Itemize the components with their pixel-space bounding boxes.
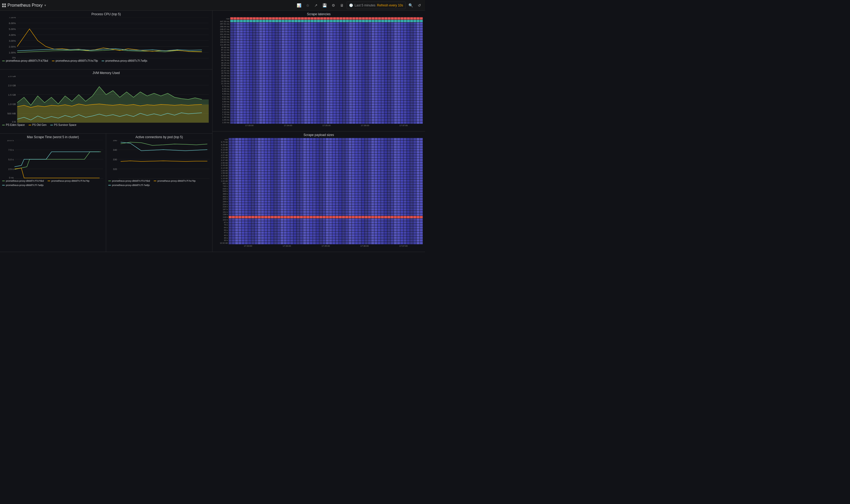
px-1737: 17:37:00 (399, 245, 408, 247)
y-1b: 1.40 ms (215, 116, 229, 119)
app-title: Prometheus Proxy (7, 3, 43, 8)
py-1092: 10.92 kB (215, 242, 228, 244)
py-254: 254 b (215, 203, 228, 205)
py-40: 40 b (215, 234, 228, 236)
active-conn-legend: prometheus-proxy-d866f7c7f-k75kd prometh… (108, 180, 210, 186)
st-hx79p-dot (48, 181, 50, 181)
svg-text:10.0 s: 10.0 s (7, 140, 14, 142)
py-2b: 2.49 kB (215, 164, 228, 166)
scrape-latency-panel: Scrape latencies +Inf 447.39 ms 357.91 m… (213, 11, 425, 131)
st-hx79p-label: prometheus-proxy-d866f7c7f-hx79p (51, 180, 90, 182)
jvm-survivor-dot (50, 125, 53, 125)
py-861: 861 b (215, 182, 228, 185)
time-info: 🕐 Last 5 minutes Refresh every 10s (347, 2, 405, 9)
y-3a: 3.84 ms (215, 98, 229, 100)
active-conn-panel: Active connections by pod (top 5) 350 34… (106, 133, 212, 252)
refresh-label: Refresh every 10s (377, 3, 403, 7)
py-545: 545 b (215, 190, 228, 193)
scrape-time-legend: prometheus-proxy-d866f7c7f-k75kd prometh… (2, 180, 104, 186)
y-2c: 2.10 ms (215, 111, 229, 113)
y-44: 44.74 ms (215, 59, 229, 61)
y-13: 13.98 ms (215, 77, 229, 79)
py-161: 161 b (215, 211, 228, 213)
jvm-survivor-label: PS Survivor Space (54, 124, 76, 126)
y-3c: 3.15 ms (215, 103, 229, 106)
py-740: 740 b (215, 185, 228, 187)
active-conn-title: Active connections by pod (top 5) (108, 135, 210, 139)
py-3b: 3.37 kB (215, 159, 228, 161)
y-4: 4.11 ms (215, 95, 229, 98)
svg-text:1.5 GB: 1.5 GB (8, 93, 16, 96)
st-k75kd-label: prometheus-proxy-d866f7c7f-k75kd (6, 180, 44, 182)
st-legend-k75kd: prometheus-proxy-d866f7c7f-k75kd (2, 180, 44, 182)
cpu-chart-area: 7.00% 6.00% 5.00% 4.00% 3.00% 2.00% 1.00… (2, 17, 210, 58)
cpu-panel-title: Process CPU (top 5) (2, 12, 210, 16)
y-33: 33.55 ms (215, 64, 229, 67)
cpu-chart: 7.00% 6.00% 5.00% 4.00% 3.00% 2.00% 1.00… (2, 17, 210, 58)
y-2b: 2.45 ms (215, 108, 229, 111)
cpu-legend-7w8js: prometheus-proxy-d866f7c7f-7w8js (102, 59, 147, 62)
py-inf: +Inf (215, 139, 228, 141)
jvm-legend-eden: PS Eden Space (2, 124, 25, 126)
py-75: 75 b (215, 224, 228, 226)
scrape-payload-yaxis: +Inf 9.75 kB 8.38 kB 7.21 kB 6.19 kB 5.3… (215, 138, 229, 249)
y-201: 201.33 ms (215, 33, 229, 36)
py-5: 5.32 kB (215, 151, 228, 154)
y-50: 50.33 ms (215, 56, 229, 59)
search-button[interactable]: 🔍 (406, 2, 415, 8)
jvm-chart: 2.5 GB 2.0 GB 1.5 GB 1.0 GB 500 MB 0 B 1… (2, 76, 210, 123)
px-1735: 17:35:00 (322, 245, 330, 247)
x-1737: 17:37:00 (399, 124, 408, 127)
py-3a: 3.93 kB (215, 156, 228, 159)
ac-hx79p-dot (154, 181, 156, 181)
py-345: 345 b (215, 198, 228, 200)
y-8: 8.39 ms (215, 88, 229, 90)
scrape-payload-panel: Scrape payload sizes +Inf 9.75 kB 8.38 k… (213, 131, 425, 252)
right-column: Scrape latencies +Inf 447.39 ms 357.91 m… (213, 11, 425, 252)
svg-text:320: 320 (113, 168, 117, 170)
star-button[interactable]: ☆ (304, 2, 311, 8)
y-9: 9.79 ms (215, 85, 229, 87)
scrape-latency-content: +Inf 447.39 ms 357.91 ms 268.44 ms 246.0… (215, 17, 423, 128)
y-89: 89.48 ms (215, 46, 229, 49)
topnav-right: 📊 ☆ ↗ 💾 ⚙ 🖥 🕐 Last 5 minutes Refresh eve… (295, 2, 423, 9)
ac-legend-k75kd: prometheus-proxy-d866f7c7f-k75kd (108, 180, 150, 182)
topnav-left: Prometheus Proxy ▾ (2, 3, 46, 8)
chart-button[interactable]: 📊 (295, 2, 303, 8)
y-1c: 1.05 ms (215, 119, 229, 121)
y-1d: 1.00 ms (215, 121, 229, 124)
jvm-panel-title: JVM Memory Used (2, 71, 210, 75)
main-layout: Process CPU (top 5) 7.00% 6.00% 5.00% (0, 11, 425, 252)
scrape-payload-content: +Inf 9.75 kB 8.38 kB 7.21 kB 6.19 kB 5.3… (215, 138, 423, 249)
ac-7w8js-label: prometheus-proxy-d866f7c7f-7w8js (112, 184, 150, 186)
y-67: 67.11 ms (215, 49, 229, 51)
svg-text:4.00%: 4.00% (9, 34, 16, 36)
chevron-down-icon[interactable]: ▾ (44, 3, 46, 7)
topnav: Prometheus Proxy ▾ 📊 ☆ ↗ 💾 ⚙ 🖥 🕐 Last 5 … (0, 0, 425, 11)
py-1c: 1.36 kB (215, 175, 228, 177)
y-6: 6.99 ms (215, 90, 229, 92)
jvm-panel: JVM Memory Used 2.5 GB 2.0 GB 1.5 GB 1.0… (0, 70, 212, 133)
svg-text:2.00%: 2.00% (9, 46, 16, 48)
py-6: 6.19 kB (215, 148, 228, 151)
share-button[interactable]: ↗ (312, 2, 320, 8)
y-447: 447.39 ms (215, 20, 229, 23)
py-468: 468 b (215, 193, 228, 195)
px-1736: 17:36:00 (360, 245, 368, 247)
monitor-button[interactable]: 🖥 (338, 2, 346, 8)
y-39: 39.15 ms (215, 62, 229, 64)
save-button[interactable]: 💾 (321, 2, 329, 8)
scrape-latency-xaxis: 17:33:00 17:34:00 17:35:00 17:36:00 17:3… (230, 124, 423, 127)
refresh-button[interactable]: ↺ (416, 2, 423, 8)
settings-button[interactable]: ⚙ (330, 2, 337, 8)
scrape-latency-yaxis: +Inf 447.39 ms 357.91 ms 268.44 ms 246.0… (215, 17, 230, 128)
py-296: 296 b (215, 200, 228, 203)
jvm-legend: PS Eden Space PS Old Gen PS Survivor Spa… (2, 124, 210, 126)
cpu-legend-hx79p-dot (52, 61, 55, 61)
bottom-row: Max Scrape Time (worst 5 in cluster) 10.… (0, 133, 212, 252)
y-inf: +Inf (215, 18, 229, 20)
scrape-time-title: Max Scrape Time (worst 5 in cluster) (2, 135, 104, 139)
cpu-legend-k75kd-label: prometheus-proxy-d866f7c7f-k75kd (6, 59, 48, 62)
py-30: 30 b (215, 239, 228, 241)
cpu-legend-k75kd-dot (2, 61, 5, 61)
